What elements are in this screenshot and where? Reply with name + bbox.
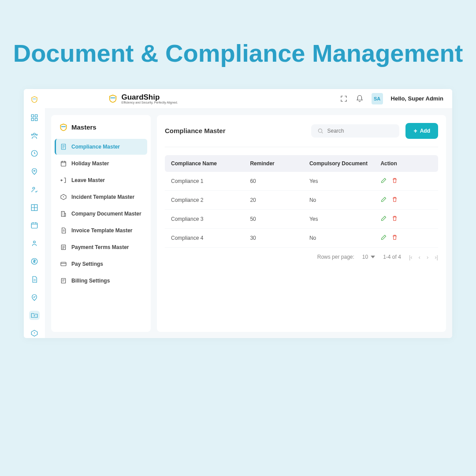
cell-name: Compliance 3 xyxy=(171,216,250,222)
cell-name: Compliance 2 xyxy=(171,197,250,203)
page-prev-icon[interactable]: ‹ xyxy=(419,254,420,260)
nav-alert-icon[interactable] xyxy=(29,329,40,338)
page-range: 1-4 of 4 xyxy=(383,254,401,260)
cell-reminder: 60 xyxy=(250,178,309,184)
page-first-icon[interactable]: |‹ xyxy=(409,254,413,260)
svg-point-20 xyxy=(319,129,322,132)
search-field[interactable] xyxy=(311,124,399,138)
sidebar-item-label: Payment Terms Master xyxy=(71,244,129,250)
sidebar-title-text: Masters xyxy=(71,123,97,131)
svg-rect-18 xyxy=(61,262,66,266)
receipt-icon xyxy=(60,277,67,284)
edit-icon[interactable] xyxy=(380,196,387,204)
nav-team-icon[interactable] xyxy=(29,131,40,140)
delete-icon[interactable] xyxy=(391,234,398,242)
brand-name: GuardShip xyxy=(121,93,160,101)
sidebar-item-invoice-template-master[interactable]: Invoice Template Master xyxy=(55,223,147,238)
svg-point-6 xyxy=(36,134,37,135)
svg-point-12 xyxy=(33,241,36,243)
nav-grid-icon[interactable] xyxy=(29,203,40,212)
calendar-icon xyxy=(60,160,67,167)
topbar: GuardShip Efficiency and Security, Perfe… xyxy=(45,89,452,109)
nav-rail xyxy=(24,89,45,338)
sidebar: Masters Compliance Master Holiday Master… xyxy=(51,115,151,332)
logo-icon xyxy=(29,95,40,104)
nav-dashboard-icon[interactable] xyxy=(29,113,40,122)
svg-rect-19 xyxy=(61,278,65,283)
brand: GuardShip Efficiency and Security, Perfe… xyxy=(108,93,178,104)
rows-per-page-select[interactable]: 10 xyxy=(362,254,375,260)
sidebar-item-company-document-master[interactable]: Company Document Master xyxy=(55,206,147,222)
cell-doc: No xyxy=(309,235,380,241)
sidebar-item-label: Incident Template Master xyxy=(71,194,134,200)
sidebar-item-compliance-master[interactable]: Compliance Master xyxy=(55,139,147,155)
sidebar-item-leave-master[interactable]: Leave Master xyxy=(55,172,147,188)
svg-rect-3 xyxy=(35,118,37,120)
svg-rect-2 xyxy=(31,118,33,120)
cell-reminder: 30 xyxy=(250,235,309,241)
nav-file-icon[interactable] xyxy=(29,275,40,284)
delete-icon[interactable] xyxy=(391,177,398,185)
list-icon xyxy=(60,244,67,251)
cell-doc: No xyxy=(309,197,380,203)
main-panel: Compliance Master + Add Compl xyxy=(157,115,446,332)
sidebar-item-label: Billing Settings xyxy=(71,278,110,284)
table-row: Compliance 2 20 No xyxy=(165,191,438,210)
nav-map-pin-icon[interactable] xyxy=(29,293,40,302)
nav-location-icon[interactable] xyxy=(29,167,40,176)
page-next-icon[interactable]: › xyxy=(427,254,428,260)
edit-icon[interactable] xyxy=(380,177,387,185)
compliance-table: Compliance Name Reminder Compulsory Docu… xyxy=(165,155,438,248)
document-icon xyxy=(60,143,67,150)
page-last-icon[interactable]: ›| xyxy=(435,254,438,260)
edit-icon[interactable] xyxy=(380,234,387,242)
delete-icon[interactable] xyxy=(391,196,398,204)
brand-logo-icon xyxy=(108,94,118,104)
cell-doc: Yes xyxy=(309,216,380,222)
nav-user-check-icon[interactable] xyxy=(29,185,40,194)
chevron-down-icon xyxy=(371,255,375,259)
add-button-label: Add xyxy=(420,128,430,134)
sidebar-item-label: Pay Settings xyxy=(71,261,103,267)
svg-point-9 xyxy=(33,187,35,190)
edit-icon[interactable] xyxy=(380,215,387,223)
brand-tagline: Efficiency and Security, Perfectly Align… xyxy=(121,101,178,104)
th-action: Action xyxy=(380,160,432,167)
add-button[interactable]: + Add xyxy=(405,123,438,139)
cell-name: Compliance 4 xyxy=(171,235,250,241)
nav-calendar-icon[interactable] xyxy=(29,221,40,230)
rows-per-page-label: Rows per page: xyxy=(317,254,354,260)
rows-per-page-value: 10 xyxy=(362,254,368,260)
search-input[interactable] xyxy=(327,128,393,134)
sidebar-item-payment-terms-master[interactable]: Payment Terms Master xyxy=(55,239,147,255)
search-icon xyxy=(317,128,324,134)
sidebar-item-label: Leave Master xyxy=(71,177,105,183)
sidebar-item-incident-template-master[interactable]: Incident Template Master xyxy=(55,189,147,205)
svg-rect-11 xyxy=(31,223,37,228)
bell-icon[interactable] xyxy=(356,95,364,103)
app-window: GuardShip Efficiency and Security, Perfe… xyxy=(24,89,452,338)
svg-rect-0 xyxy=(31,115,33,117)
sidebar-title: Masters xyxy=(55,121,147,138)
avatar[interactable]: SA xyxy=(372,93,383,104)
sidebar-item-pay-settings[interactable]: Pay Settings xyxy=(55,256,147,272)
nav-folder-icon[interactable] xyxy=(29,311,40,320)
cell-name: Compliance 1 xyxy=(171,178,250,184)
fullscreen-icon[interactable] xyxy=(340,95,348,103)
delete-icon[interactable] xyxy=(391,215,398,223)
cell-reminder: 50 xyxy=(250,216,309,222)
sidebar-item-label: Holiday Master xyxy=(71,160,109,167)
cell-doc: Yes xyxy=(309,178,380,184)
nav-dollar-icon[interactable] xyxy=(29,257,40,266)
building-icon xyxy=(60,210,67,217)
page-hero-title: Document & Compliance Management xyxy=(0,0,476,89)
nav-person-icon[interactable] xyxy=(29,239,40,248)
pagination: Rows per page: 10 1-4 of 4 |‹ ‹ › ›| xyxy=(165,254,438,260)
table-header: Compliance Name Reminder Compulsory Docu… xyxy=(165,155,438,172)
th-name: Compliance Name xyxy=(171,160,250,167)
nav-clock-icon[interactable] xyxy=(29,149,40,158)
sidebar-item-billing-settings[interactable]: Billing Settings xyxy=(55,273,147,289)
sidebar-item-label: Compliance Master xyxy=(71,144,120,150)
th-doc: Compulsory Document xyxy=(309,160,380,167)
sidebar-item-holiday-master[interactable]: Holiday Master xyxy=(55,156,147,171)
